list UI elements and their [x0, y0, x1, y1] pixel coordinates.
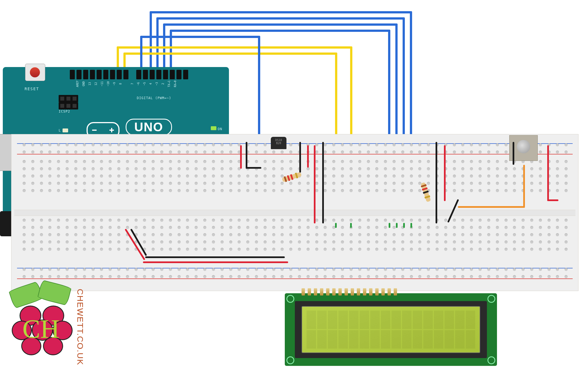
watermark-initials: CH: [22, 313, 59, 344]
wire-blue-4: [170, 30, 390, 32]
wire-blue-sensor: [140, 36, 260, 38]
reset-button[interactable]: [25, 64, 45, 81]
reset-label: RESET: [25, 87, 39, 91]
digital-pin-labels: AREFGND 1312 ~11~10 ~98 7~6 ~54 ~32 TX→1…: [70, 80, 179, 87]
wire-blue-3: [163, 23, 398, 26]
jumper-black-1: [246, 142, 247, 169]
jumper-orange: [458, 206, 525, 208]
wire-5v-h: [143, 261, 288, 263]
jumper-black-4: [436, 142, 437, 223]
digital-header[interactable]: [70, 70, 190, 79]
jumper-orange-v: [523, 165, 525, 208]
jumper-green-4: [396, 223, 398, 228]
jumper-green-2: [350, 223, 352, 228]
jumper-black-2: [299, 142, 301, 173]
breadboard: [11, 134, 579, 291]
jumper-red-pot2: [547, 199, 558, 201]
jumper-red-3: [307, 145, 309, 168]
watermark-logo: CH CHEWETT.CO.UK: [6, 283, 81, 361]
digital-label: DIGITAL (PWM=~): [137, 96, 171, 100]
ds18b20-sensor: DS18 B20: [271, 137, 286, 149]
jumper-red-2: [314, 145, 315, 223]
icsp2-header[interactable]: ICSP2: [59, 95, 78, 113]
lcd-16x2: [285, 293, 497, 366]
jumper-green-6: [410, 223, 412, 228]
jumper-green-1: [335, 223, 337, 228]
wire-yellow-2: [123, 53, 337, 55]
jumper-red-1: [240, 145, 242, 169]
wire-yellow-1: [117, 46, 352, 49]
watermark-url: CHEWETT.CO.UK: [75, 289, 85, 365]
wire-gnd-h: [145, 256, 285, 258]
jumper-red-pot: [547, 145, 549, 201]
wire-blue-1v: [150, 11, 152, 73]
wire-blue-1: [150, 11, 412, 13]
wire-blue-2v: [156, 17, 159, 73]
jumper-green-3: [389, 223, 390, 228]
jumper-green-5: [403, 223, 405, 228]
wire-blue-2: [156, 17, 405, 20]
on-led: ON: [211, 126, 222, 131]
jumper-red-4: [444, 145, 446, 201]
jumper-black-3: [322, 142, 324, 223]
jumper-black-pot: [513, 142, 514, 165]
jumper-black-1h: [246, 167, 261, 169]
